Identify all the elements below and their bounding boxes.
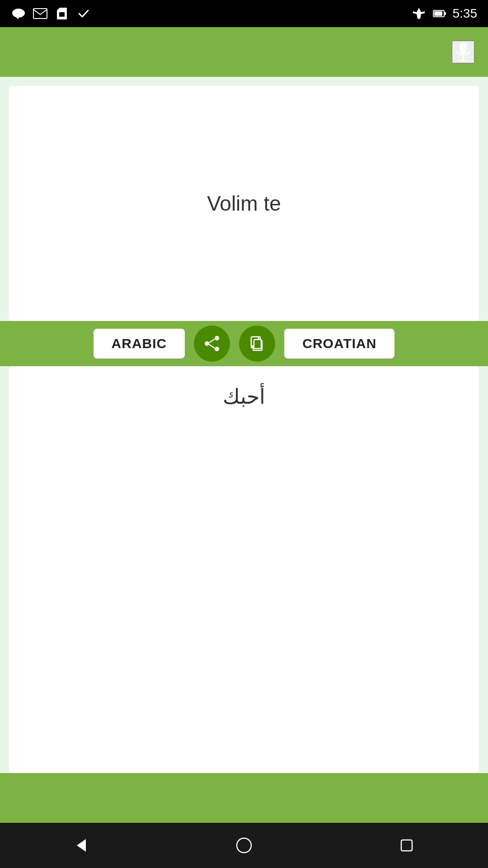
bottom-green-bar <box>0 773 488 823</box>
svg-line-14 <box>209 344 215 348</box>
task-icon <box>76 6 91 21</box>
share-button[interactable] <box>194 326 230 362</box>
source-language-button[interactable]: ARABIC <box>94 329 185 359</box>
svg-rect-19 <box>254 340 261 349</box>
svg-rect-3 <box>59 12 65 17</box>
back-button[interactable] <box>68 832 95 859</box>
svg-rect-7 <box>460 42 467 54</box>
status-time: 5:35 <box>453 6 478 21</box>
translation-panel: أحبك <box>9 366 479 773</box>
svg-rect-2 <box>33 9 47 19</box>
sim-icon <box>54 6 70 21</box>
svg-point-12 <box>215 347 219 351</box>
status-bar: 5:35 <box>0 0 488 27</box>
message-icon <box>11 6 26 21</box>
battery-icon <box>432 6 447 21</box>
gmail-icon <box>33 6 48 21</box>
svg-line-13 <box>209 339 215 343</box>
svg-point-21 <box>237 838 251 853</box>
app-header <box>0 27 488 77</box>
svg-rect-5 <box>434 11 442 16</box>
svg-rect-22 <box>401 840 412 851</box>
target-language-button[interactable]: CROATIAN <box>284 329 394 359</box>
svg-point-0 <box>12 9 25 18</box>
svg-point-11 <box>205 341 209 346</box>
home-button[interactable] <box>230 832 258 859</box>
android-nav-bar <box>0 823 488 868</box>
source-text: Volim te <box>193 178 295 229</box>
airplane-icon <box>411 6 427 21</box>
microphone-button[interactable] <box>452 41 474 63</box>
status-icons-left <box>11 6 91 21</box>
svg-marker-20 <box>77 839 86 852</box>
svg-rect-6 <box>444 12 446 15</box>
language-bar: ARABIC CROATIAN <box>0 321 488 366</box>
source-panel: Volim te <box>9 86 479 321</box>
copy-button[interactable] <box>239 326 275 362</box>
status-icons-right: 5:35 <box>411 6 478 21</box>
recents-button[interactable] <box>393 832 420 859</box>
translated-text: أحبك <box>223 384 265 409</box>
main-content: Volim te ARABIC CROATIAN <box>0 77 488 823</box>
svg-point-10 <box>215 336 219 340</box>
